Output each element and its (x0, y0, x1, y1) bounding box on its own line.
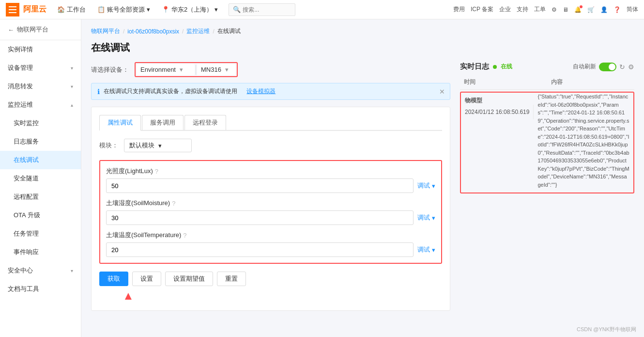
top-navigation: 阿里云 🏠 工作台 📋 账号全部资源 ▾ 📍 华东2（上海） ▾ 🔍 费用 IC… (0, 0, 644, 19)
device-selector-group: Environment ▾ MN316 ▾ (135, 62, 238, 77)
location-icon: 📍 (162, 6, 169, 13)
debug-tabs: 属性调试 服务调用 远程登录 (99, 115, 442, 131)
select-divider (196, 65, 196, 75)
user-icon[interactable]: 👤 (600, 6, 608, 13)
auto-refresh-toggle[interactable] (599, 63, 616, 71)
sidebar-item-device-mgmt[interactable]: 设备管理 ▾ (0, 59, 81, 77)
chevron-down-icon-device1: ▾ (180, 66, 191, 73)
logo-text: 阿里云 (23, 4, 46, 15)
reset-button[interactable]: 重置 (217, 272, 246, 286)
sidebar-item-docs-tools[interactable]: 文档与工具 (0, 280, 81, 298)
content-area: 物联网平台 / iot-06z00f8bo0pxsix / 监控运维 / 在线调… (81, 19, 644, 337)
tab-service-call[interactable]: 服务调用 (142, 115, 184, 130)
log-table: 时间 内容 (460, 75, 634, 90)
nav-workbench[interactable]: 🏠 工作台 (52, 0, 91, 19)
simplified-label[interactable]: 简体 (627, 5, 638, 14)
arrow-indicator: ▲ (109, 289, 148, 303)
device-type-select[interactable]: Environment ▾ (137, 64, 195, 75)
log-col-time: 时间 (460, 75, 547, 90)
nav-items: 🏠 工作台 📋 账号全部资源 ▾ 📍 华东2（上海） ▾ 🔍 (52, 0, 453, 19)
sidebar-item-ota[interactable]: OTA 升级 (0, 206, 81, 225)
log-settings-icon[interactable]: ⚙ (628, 63, 634, 71)
chevron-down-icon-2: ▾ (71, 84, 73, 89)
field-label-lightlux: 光照度(LightLux) ? (106, 167, 435, 176)
sidebar-label-docs-tools: 文档与工具 (8, 285, 39, 293)
sidebar-label-device-mgmt: 设备管理 (8, 64, 33, 72)
debug-button-soilmoisture[interactable]: 调试 ▾ (417, 213, 435, 222)
help-icon-lightlux[interactable]: ? (155, 168, 158, 175)
sidebar-item-online-debug[interactable]: 在线调试 (0, 151, 81, 169)
nav-support[interactable]: 支持 (517, 5, 528, 14)
field-input-soiltemp[interactable] (106, 242, 414, 257)
nav-region[interactable]: 📍 华东2（上海） ▾ (157, 0, 223, 19)
search-input[interactable] (243, 6, 291, 13)
nav-fees[interactable]: 费用 (453, 5, 465, 14)
chevron-down-icon-debug1: ▾ (432, 182, 435, 190)
field-group-lightlux: 光照度(LightLux) ? 调试 ▾ (106, 167, 435, 193)
field-name-soiltemp: 土壤温度(SoilTemperature) (106, 231, 181, 240)
set-button[interactable]: 设置 (132, 272, 161, 286)
help-icon-soilmoisture[interactable]: ? (172, 200, 175, 207)
main-layout: ← 物联网平台 实例详情 设备管理 ▾ 消息转发 ▾ 监控运维 ▴ 实时监控 日… (0, 19, 644, 337)
nav-icp[interactable]: ICP 备案 (471, 5, 493, 14)
settings-icon[interactable]: ⚙ (552, 6, 557, 13)
help-icon-soiltemp[interactable]: ? (183, 232, 186, 239)
bottom-credit: CSDN @YNK野牛物联网 (577, 326, 636, 333)
sidebar-back-button[interactable]: ← 物联网平台 (0, 19, 81, 40)
sidebar-item-security-center[interactable]: 安全中心 ▾ (0, 261, 81, 280)
sidebar-label-task-mgmt: 任务管理 (14, 229, 39, 238)
help-icon-nav[interactable]: ❓ (613, 6, 621, 13)
notification-icon[interactable]: 🔔 (574, 6, 582, 13)
get-button[interactable]: 获取 (99, 272, 128, 286)
realtime-log-header: 实时日志 在线 自动刷新 ↻ ⚙ (460, 62, 634, 71)
field-input-soilmoisture[interactable] (106, 210, 414, 225)
hamburger-menu[interactable] (6, 3, 19, 16)
alert-close-button[interactable]: ✕ (439, 88, 445, 96)
field-label-soiltemp: 土壤温度(SoilTemperature) ? (106, 231, 435, 240)
back-arrow-icon: ← (8, 26, 14, 33)
tab-remote-login[interactable]: 远程登录 (184, 115, 226, 130)
alert-link[interactable]: 设备模拟器 (246, 87, 276, 96)
device-name-value: MN316 (201, 66, 221, 73)
sidebar-item-log-service[interactable]: 日志服务 (0, 132, 81, 151)
field-input-lightlux[interactable] (106, 178, 414, 193)
breadcrumb-instance-id[interactable]: iot-06z00f8bo0pxsix (127, 28, 179, 35)
search-icon: 🔍 (233, 6, 241, 13)
cart-icon[interactable]: 🛒 (587, 6, 595, 13)
tab-property-debug[interactable]: 属性调试 (99, 115, 141, 131)
sidebar-item-instance[interactable]: 实例详情 (0, 40, 81, 59)
sidebar: ← 物联网平台 实例详情 设备管理 ▾ 消息转发 ▾ 监控运维 ▴ 实时监控 日… (0, 19, 81, 337)
nav-enterprise[interactable]: 企业 (499, 5, 511, 14)
sidebar-item-monitor-ops[interactable]: 监控运维 ▴ (0, 96, 81, 114)
sidebar-label-realtime-monitor: 实时监控 (14, 119, 39, 128)
search-box[interactable]: 🔍 (229, 3, 295, 16)
refresh-icon[interactable]: ↻ (619, 63, 625, 71)
device-name-select[interactable]: MN316 ▾ (197, 64, 236, 75)
sidebar-item-event-response[interactable]: 事件响应 (0, 243, 81, 261)
right-panel: 实时日志 在线 自动刷新 ↻ ⚙ 时间 (450, 62, 634, 311)
breadcrumb-iot-platform[interactable]: 物联网平台 (91, 27, 120, 35)
sidebar-item-task-mgmt[interactable]: 任务管理 (0, 225, 81, 243)
log-entry-inner: 物模型 2024/01/12 16:08:50.619 {"Status":"t… (461, 93, 633, 193)
sidebar-item-remote-config[interactable]: 远程配置 (0, 188, 81, 206)
sidebar-label-ota: OTA 升级 (14, 211, 40, 220)
sidebar-label-instance: 实例详情 (8, 45, 33, 54)
debug-button-soiltemp[interactable]: 调试 ▾ (417, 245, 435, 254)
chevron-down-icon-debug2: ▾ (432, 214, 435, 222)
fields-container: 光照度(LightLux) ? 调试 ▾ (99, 160, 442, 264)
breadcrumb-monitor-ops[interactable]: 监控运维 (186, 27, 210, 35)
chevron-up-icon: ▴ (71, 102, 73, 108)
debug-button-lightlux[interactable]: 调试 ▾ (417, 181, 435, 190)
monitor-icon[interactable]: 🖥 (563, 6, 568, 13)
chevron-down-icon-3: ▾ (71, 268, 73, 273)
nav-ticket[interactable]: 工单 (534, 5, 546, 14)
set-expected-button[interactable]: 设置期望值 (165, 272, 213, 286)
module-select[interactable]: 默认模块 ▾ (124, 139, 192, 152)
sidebar-item-secure-tunnel[interactable]: 安全隧道 (0, 169, 81, 188)
log-entry: 物模型 2024/01/12 16:08:50.619 {"Status":"t… (460, 92, 634, 193)
nav-resources[interactable]: 📋 账号全部资源 ▾ (92, 0, 155, 19)
field-name-lightlux: 光照度(LightLux) (106, 167, 153, 176)
sidebar-item-realtime-monitor[interactable]: 实时监控 (0, 114, 81, 132)
breadcrumb: 物联网平台 / iot-06z00f8bo0pxsix / 监控运维 / 在线调… (91, 27, 634, 35)
sidebar-item-msg-forward[interactable]: 消息转发 ▾ (0, 77, 81, 96)
